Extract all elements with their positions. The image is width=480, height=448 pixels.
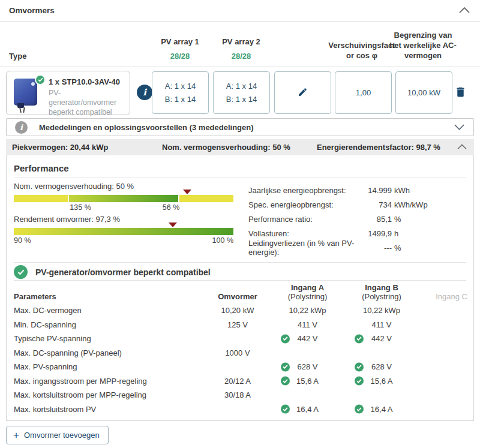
col-input-a: Ingang A (Polystring): [271, 283, 344, 301]
param-a-cell: 15,6 A: [271, 377, 344, 386]
check-circle-icon: [355, 377, 364, 386]
pv1-string-a: A: 1 x 14: [165, 80, 196, 93]
add-inverter-label: Omvormer toevoegen: [24, 431, 100, 440]
table-row: Max. DC-vermogen 10,20 kW 10,22 kWp 10,2…: [14, 303, 469, 318]
stat-value: 1499,9: [361, 229, 392, 238]
chevron-up-icon: [459, 6, 470, 15]
inverters-section: Omvormers Type PV array 1 28/28 PV array…: [0, 0, 480, 448]
stat-label: Jaarlijkse energieopbrengst:: [248, 186, 361, 195]
param-a-cell: 411 V: [271, 320, 344, 329]
stat-value: ---: [361, 243, 392, 252]
parameters-table-header: Parameters Omvormer Ingang A (Polystring…: [14, 283, 469, 303]
stat-value: 734: [361, 200, 392, 209]
pencil-icon: [298, 87, 308, 99]
table-row: Max. kortsluitstroom per MPP-regeling 30…: [14, 388, 469, 402]
pv2-string-a: A: 1 x 14: [226, 80, 257, 93]
param-label: Max. ingangsstroom per MPP-regeling: [14, 377, 205, 386]
param-a-cell: 10,22 kWp: [271, 306, 344, 315]
param-inverter-value: 20/12 A: [205, 377, 271, 386]
cos-phi-field[interactable]: 1,00: [335, 71, 392, 114]
pv-array-2-label: PV array 2: [213, 37, 269, 46]
check-circle-icon: [355, 362, 364, 371]
param-label: Max. DC-vermogen: [14, 306, 205, 315]
performance-panel: Performance Nom. vermogensverhouding: 50…: [6, 155, 474, 421]
inverter-name: 1 x STP10.0-3AV-40: [49, 77, 127, 86]
performance-gauges: Nom. vermogensverhouding: 50 % 135 % 56 …: [14, 182, 233, 248]
param-b-cell: 411 V: [344, 320, 419, 329]
param-b-cell: 10,22 kWp: [344, 306, 419, 315]
pv-array-1-count: 28/28: [152, 52, 208, 61]
col-ac-limit: Begrenzing van het werkelijke AC-vermoge…: [388, 30, 458, 61]
inverter-info-button[interactable]: [137, 85, 152, 100]
gauge-marker: [183, 190, 191, 194]
stat-row: Performance ratio: 85,1 %: [248, 212, 428, 226]
chevron-up-icon[interactable]: [457, 144, 467, 150]
param-label: Min. DC-spanning: [14, 320, 205, 329]
col-pv-array-1: PV array 1 28/28: [152, 37, 208, 61]
table-row: Typische PV-spanning 442 V 442 V: [14, 332, 469, 346]
col-inverter: Omvormer: [205, 292, 271, 301]
results-summary-bar[interactable]: Piekvermogen: 20,44 kWp Nom. vermogensve…: [6, 139, 474, 155]
add-inverter-button[interactable]: + Omvormer toevoegen: [6, 426, 109, 444]
pv2-string-b: B: 1 x 14: [226, 93, 257, 106]
page-title: Omvormers: [9, 6, 458, 15]
delete-inverter-button[interactable]: [454, 86, 467, 100]
col-input-b: Ingang B (Polystring): [344, 283, 419, 301]
parameters-table: Parameters Omvormer Ingang A (Polystring…: [14, 283, 469, 416]
energy-stats: Jaarlijkse energieopbrengst: 14.999 kWh …: [248, 183, 428, 255]
compat-banner: PV-generator/omvormer beperkt compatibel: [14, 265, 211, 279]
trash-icon: [454, 91, 467, 100]
check-circle-icon: [281, 405, 290, 414]
stat-unit: kWh/kWp: [394, 200, 428, 209]
info-gray-icon: [15, 121, 28, 134]
check-circle-icon: [281, 334, 290, 343]
chevron-down-icon[interactable]: [454, 124, 464, 130]
inverter-row: 1 x STP10.0-3AV-40 PV-generator/omvormer…: [0, 67, 480, 118]
gauge2-ticks: 90 % 100 %: [14, 235, 233, 245]
pv-array-1-config-button[interactable]: A: 1 x 14 B: 1 x 14: [152, 71, 209, 114]
stat-label: Vollasturen:: [248, 229, 361, 238]
col-cos-phi: Verschuivingsfact or cos φ: [326, 40, 397, 61]
stat-label: Performance ratio:: [248, 215, 361, 224]
col-parameters: Parameters: [14, 292, 205, 301]
performance-title: Performance: [14, 163, 69, 173]
pv-array-2-config-button[interactable]: A: 1 x 14 B: 1 x 14: [213, 71, 270, 114]
stat-label: Spec. energieopbrengst:: [248, 200, 361, 209]
energy-efficiency-factor: Energierendementsfactor: 98,7 %: [317, 143, 440, 152]
param-label: Max. PV-spanning: [14, 362, 205, 371]
param-a-cell: 628 V: [271, 362, 344, 371]
check-circle-icon: [281, 362, 290, 371]
param-inverter-value: 30/18 A: [205, 390, 271, 399]
col-pv-array-2: PV array 2 28/28: [213, 37, 269, 61]
stat-row: Jaarlijkse energieopbrengst: 14.999 kWh: [248, 183, 428, 197]
stat-row: Spec. energieopbrengst: 734 kWh/kWp: [248, 197, 428, 212]
section-collapse-button[interactable]: [458, 5, 471, 16]
messages-bar[interactable]: Mededelingen en oplossingsvoorstellen (3…: [6, 118, 474, 136]
param-inverter-value: 125 V: [205, 320, 271, 329]
param-label: Typische PV-spanning: [14, 334, 205, 343]
stat-row: Leidingverliezen (in % van PV-energie): …: [248, 240, 428, 255]
pv-array-2-count: 28/28: [213, 52, 269, 61]
table-row: Max. DC-spanning (PV-paneel) 1000 V: [14, 346, 469, 360]
param-label: Max. DC-spanning (PV-paneel): [14, 348, 205, 357]
gauge1-tick-left: 135 %: [70, 203, 91, 212]
stat-label: Leidingverliezen (in % van PV-energie):: [248, 239, 361, 257]
edit-inverter-button[interactable]: [274, 71, 331, 114]
section-header: Omvormers: [0, 0, 480, 22]
gauge1-tick-right: 56 %: [163, 203, 180, 212]
param-a-cell: 16,4 A: [271, 405, 344, 414]
ac-limit-field[interactable]: 10,00 kW: [395, 71, 452, 114]
npr-gauge: [14, 195, 233, 202]
gauge2-tick-left: 90 %: [14, 236, 31, 245]
param-b-cell: 15,6 A: [344, 377, 419, 386]
col-type: Type: [9, 52, 26, 61]
stat-unit: h: [394, 229, 398, 238]
stat-unit: kWh: [394, 186, 410, 195]
results-panel: Piekvermogen: 20,44 kWp Nom. vermogensve…: [6, 139, 474, 421]
inverter-compat-status: PV-generator/omvormer beperkt compatibel: [49, 88, 127, 117]
inverter-type-card[interactable]: 1 x STP10.0-3AV-40 PV-generator/omvormer…: [6, 71, 130, 115]
param-a-cell: 442 V: [271, 334, 344, 343]
peak-power: Piekvermogen: 20,44 kWp: [12, 143, 108, 152]
cos-phi-value: 1,00: [356, 86, 371, 100]
check-circle-icon: [355, 405, 364, 414]
